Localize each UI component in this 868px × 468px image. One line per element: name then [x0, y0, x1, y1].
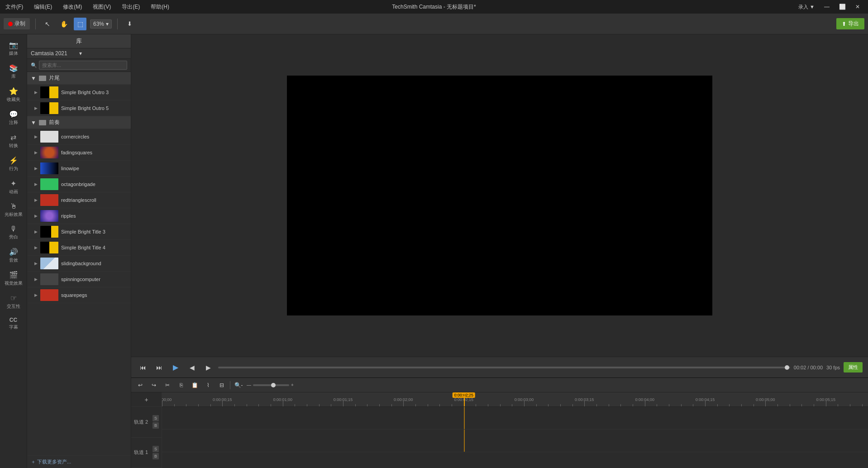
undo-button[interactable]: ↩: [135, 380, 146, 391]
list-item[interactable]: ▶ ripples: [27, 208, 131, 224]
list-item[interactable]: ▶ Simple Bright Title 3: [27, 224, 131, 240]
sidebar-item-behavior[interactable]: ⚡ 行为: [2, 153, 25, 175]
list-item[interactable]: ▶ cornercircles: [27, 129, 131, 145]
folder-icon-outro: [39, 76, 46, 81]
item-label-spinningcomputer: spinningcomputer: [61, 277, 100, 282]
sidebar-media-label: 媒体: [9, 50, 18, 57]
sidebar-item-library[interactable]: 📚 库: [2, 61, 25, 82]
list-item[interactable]: ▶ Simple Bright Outro 5: [27, 100, 131, 116]
menu-export[interactable]: 导出(E): [120, 2, 142, 12]
record-button[interactable]: 录制: [4, 18, 30, 29]
behavior-icon: ⚡: [9, 156, 18, 165]
cut-button[interactable]: ✂: [162, 380, 173, 391]
copy-button[interactable]: ⎘: [176, 380, 186, 391]
preview-black-canvas: [287, 76, 712, 315]
zoom-minus-icon: —: [247, 382, 251, 387]
playback-progress-bar[interactable]: [218, 367, 790, 368]
progress-thumb: [785, 365, 789, 370]
item-icon-st4: ▶: [34, 245, 38, 250]
track-2-lock[interactable]: B: [153, 422, 159, 429]
item-label-slidingbg: slidingbackground: [61, 261, 101, 266]
zoom-slider-container: — +: [247, 382, 294, 387]
zoom-chevron-icon: ▾: [106, 21, 109, 27]
list-item[interactable]: ▶ redtrianglescroll: [27, 192, 131, 208]
skip-back-button[interactable]: ⏮: [137, 361, 149, 374]
library-dropdown[interactable]: Camtasia 2021 ▾: [27, 48, 131, 59]
import-button[interactable]: ⬇: [123, 18, 136, 30]
list-item[interactable]: ▶ Simple Bright Title 4: [27, 240, 131, 256]
sidebar-item-animation[interactable]: ✦ 动画: [2, 177, 25, 198]
select-tool-button[interactable]: ↖: [41, 18, 54, 30]
library-search-input[interactable]: [39, 61, 127, 70]
step-back-button[interactable]: ⏭: [153, 361, 166, 374]
list-item[interactable]: ▶ octagonbrigade: [27, 177, 131, 192]
list-item[interactable]: ▶ spinningcomputer: [27, 272, 131, 287]
library-icon: 📚: [9, 64, 18, 72]
list-item[interactable]: ▶ Simple Bright Outro 3: [27, 85, 131, 100]
list-item[interactable]: ▶ squarepegs: [27, 287, 131, 303]
sidebar-item-media[interactable]: 📷 媒体: [2, 38, 25, 59]
titlebar-menus: 文件(F) 编辑(E) 修改(M) 视图(V) 导出(E) 帮助(H): [4, 2, 171, 12]
zoom-out-button[interactable]: 🔍-: [233, 380, 244, 391]
sidebar-item-cursor[interactable]: 🖱 光标效果: [2, 200, 25, 220]
list-item[interactable]: ▶ linowipe: [27, 161, 131, 177]
crop-tool-button[interactable]: ⬚: [74, 18, 86, 30]
timeline-content: + 轨道 2 S B 轨道 1 S B: [131, 392, 868, 468]
item-icon-sb: ▶: [34, 261, 38, 266]
minimize-button[interactable]: —: [820, 2, 834, 11]
play-pause-button[interactable]: ▶: [169, 361, 182, 374]
timeline-zoom-slider[interactable]: [253, 384, 289, 386]
sidebar-item-audio[interactable]: 🔊 音效: [2, 245, 25, 266]
add-assets-button[interactable]: ＋ 下载更多资产...: [27, 455, 131, 468]
folder-intro[interactable]: ▼ 前奏: [27, 116, 131, 129]
sidebar-item-interactivity[interactable]: ☞ 交互性: [2, 291, 25, 312]
list-item[interactable]: ▶ slidingbackground: [27, 256, 131, 272]
menu-modify[interactable]: 修改(M): [61, 2, 84, 12]
item-icon-o1: ▶: [34, 182, 38, 186]
add-track-button[interactable]: +: [131, 392, 162, 407]
library-search-bar: 🔍: [27, 59, 131, 72]
list-item[interactable]: ▶ fadingsquares: [27, 145, 131, 161]
sidebar-item-captions[interactable]: CC 字幕: [2, 314, 25, 333]
folder-outro[interactable]: ▼ 片尾: [27, 72, 131, 85]
export-label: 导出: [848, 20, 859, 28]
item-icon-r1: ▶: [34, 198, 38, 202]
close-button[interactable]: ✕: [851, 2, 864, 11]
next-marker-button[interactable]: ▶: [202, 361, 215, 374]
track-1-mute[interactable]: S: [153, 446, 159, 452]
sidebar-item-transitions[interactable]: ⇄ 转换: [2, 130, 25, 152]
item-label-fadingsquares: fadingsquares: [61, 150, 92, 155]
record-dropdown-btn[interactable]: 录入 ▼: [798, 4, 815, 10]
sidebar-item-favorites[interactable]: ⭐ 收藏夹: [2, 84, 25, 105]
restore-button[interactable]: ⬜: [835, 2, 849, 11]
item-icon-rp: ▶: [34, 214, 38, 218]
thumb-title3: [40, 226, 58, 238]
export-button[interactable]: ⬆ 导出: [836, 18, 864, 29]
menu-file[interactable]: 文件(F): [4, 2, 25, 12]
item-label-outro5: Simple Bright Outro 5: [61, 105, 109, 111]
sidebar-item-visual[interactable]: 🎬 视觉效果: [2, 268, 25, 289]
track-1-lock[interactable]: B: [153, 453, 159, 459]
playhead[interactable]: [464, 392, 465, 406]
menu-help[interactable]: 帮助(H): [149, 2, 171, 12]
sidebar-item-voice[interactable]: 🎙 旁白: [2, 222, 25, 243]
redo-button[interactable]: ↪: [148, 380, 159, 391]
properties-button[interactable]: 属性: [844, 362, 863, 372]
paste-button[interactable]: 📋: [189, 380, 200, 391]
track-2-mute[interactable]: S: [153, 415, 159, 421]
prev-marker-button[interactable]: ◀: [186, 361, 198, 374]
sidebar-voice-label: 旁白: [9, 234, 18, 240]
snap-button[interactable]: ⊟: [216, 380, 227, 391]
thumb-redtriangle: [40, 194, 58, 206]
item-label-simplebrighttitle4: Simple Bright Title 4: [61, 245, 105, 250]
track-labels: + 轨道 2 S B 轨道 1 S B: [131, 392, 162, 468]
track-label-1: 轨道 1 S B: [131, 438, 162, 468]
pan-tool-button[interactable]: ✋: [57, 18, 70, 30]
menu-view[interactable]: 视图(V): [91, 2, 113, 12]
zoom-control[interactable]: 63% ▾: [90, 19, 112, 29]
menu-edit[interactable]: 编辑(E): [32, 2, 54, 12]
preview-area: ⏮ ⏭ ▶ ◀ ▶ 00:02 / 00:00 30 fps 属性: [131, 34, 868, 377]
split-button[interactable]: ⌇: [203, 380, 214, 391]
sidebar-item-annotations[interactable]: 💬 注释: [2, 107, 25, 129]
folder-icon-intro: [39, 120, 46, 125]
